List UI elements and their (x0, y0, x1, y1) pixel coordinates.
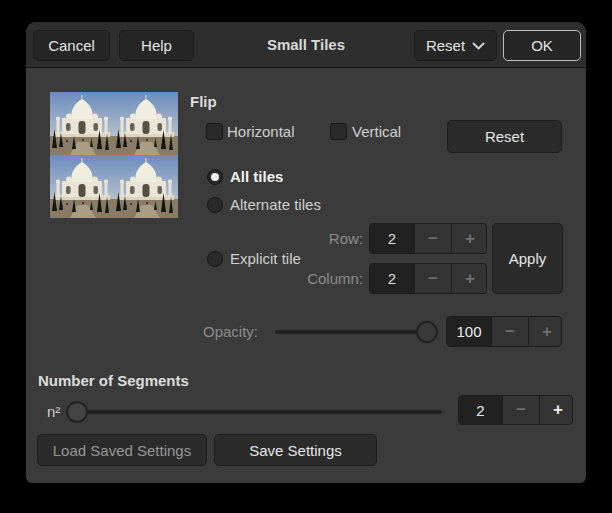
preview-tile (114, 92, 178, 155)
column-decrement-button: − (414, 264, 451, 293)
save-settings-button[interactable]: Save Settings (214, 434, 377, 466)
row-decrement-button: − (414, 224, 451, 253)
dialog-header: Cancel Help Small Tiles Reset OK (26, 22, 586, 68)
preview-tile (50, 155, 114, 218)
ok-button[interactable]: OK (503, 30, 581, 61)
help-button[interactable]: Help (119, 30, 194, 61)
dialog-title: Small Tiles (26, 36, 586, 53)
preview-tile (114, 155, 178, 218)
screen-background: Cancel Help Small Tiles Reset OK (0, 0, 612, 513)
alternate-tiles-radio-label[interactable]: Alternate tiles (230, 195, 321, 215)
explicit-tile-radio[interactable] (207, 251, 223, 267)
column-value-field: 2 (370, 264, 414, 293)
preview-tile (50, 92, 114, 155)
flip-heading: Flip (190, 92, 217, 112)
opacity-increment-button: + (528, 317, 562, 346)
opacity-slider-handle (416, 321, 438, 343)
reset-menu-label: Reset (426, 37, 465, 54)
opacity-value-field: 100 (447, 317, 491, 346)
row-label: Row: (276, 229, 363, 249)
all-tiles-radio-label[interactable]: All tiles (230, 167, 283, 187)
segments-slider-track[interactable] (67, 410, 442, 414)
opacity-slider-track (275, 330, 437, 334)
column-spinner: 2 − + (369, 263, 487, 294)
row-spinner: 2 − + (369, 223, 487, 254)
opacity-label: Opacity: (203, 322, 258, 342)
segments-increment-button[interactable]: + (539, 396, 573, 424)
apply-button[interactable]: Apply (492, 223, 563, 294)
segments-slider-handle[interactable] (66, 401, 88, 423)
alternate-tiles-radio[interactable] (207, 197, 223, 213)
horizontal-checkbox-label[interactable]: Horizontal (227, 122, 295, 142)
segments-decrement-button: − (502, 396, 539, 424)
row-increment-button: + (451, 224, 487, 253)
segments-slider-label: n² (47, 402, 60, 422)
cancel-button[interactable]: Cancel (33, 30, 110, 61)
column-increment-button: + (451, 264, 487, 293)
segments-value-field[interactable]: 2 (459, 396, 502, 424)
vertical-checkbox-label[interactable]: Vertical (352, 122, 401, 142)
load-saved-settings-button: Load Saved Settings (37, 434, 207, 466)
chevron-down-icon (472, 42, 485, 50)
vertical-checkbox[interactable] (330, 123, 347, 140)
small-tiles-dialog: Cancel Help Small Tiles Reset OK (26, 22, 586, 483)
segments-spinner: 2 − + (458, 395, 573, 425)
opacity-decrement-button: − (491, 317, 528, 346)
column-label: Column: (276, 269, 363, 289)
all-tiles-radio[interactable] (207, 169, 223, 185)
tiled-preview-image (50, 92, 178, 218)
horizontal-checkbox[interactable] (206, 123, 223, 140)
reset-menu-button[interactable]: Reset (414, 30, 497, 61)
segments-heading: Number of Segments (38, 371, 189, 391)
flip-reset-button[interactable]: Reset (447, 120, 562, 153)
explicit-tile-radio-label[interactable]: Explicit tile (230, 249, 301, 269)
row-value-field: 2 (370, 224, 414, 253)
opacity-spinner: 100 − + (446, 316, 562, 347)
